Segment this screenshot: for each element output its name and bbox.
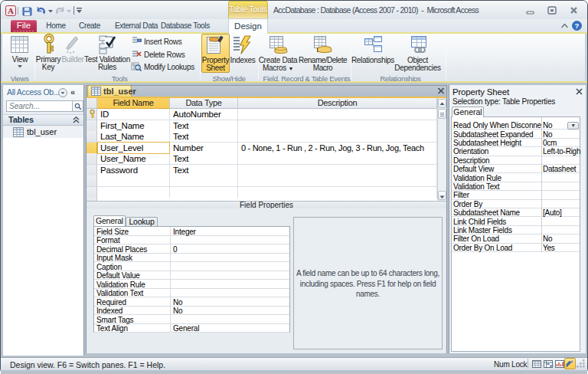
svg-text:?: ? — [575, 21, 580, 30]
svg-text:A: A — [8, 6, 14, 15]
